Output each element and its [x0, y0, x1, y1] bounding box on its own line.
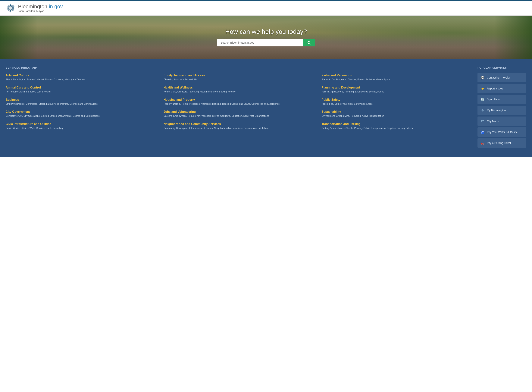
service-link[interactable]: City Government — [6, 110, 158, 113]
service-description: Careers, Employment, Request for Proposa… — [164, 114, 316, 118]
list-item: Jobs and VolunteeringCareers, Employment… — [164, 110, 316, 118]
search-bar — [217, 39, 315, 47]
list-item: Parks and RecreationPlaces to Go, Progra… — [321, 74, 474, 81]
service-description: Environment, Green Living, Recycling, Ac… — [321, 114, 474, 118]
service-description: Pet Adoption, Animal Shelter, Lost & Fou… — [6, 90, 158, 93]
services-grid: Arts and CultureAbout Bloomington, Farme… — [6, 74, 474, 135]
popular-services-title: POPULAR SERVICES — [477, 66, 526, 69]
service-description: Community Development, Improvement Grant… — [164, 126, 316, 130]
search-button[interactable] — [303, 39, 315, 47]
list-item: Civic Infrastructure and UtilitiesPublic… — [6, 122, 158, 130]
list-item: Planning and DevelopmentPermits, Applica… — [321, 86, 474, 93]
service-link[interactable]: Health and Wellness — [164, 86, 316, 89]
list-item: Housing and PropertyProperty Details, Re… — [164, 98, 316, 106]
list-item: Public SafetyPolice, Fire, Crime Prevent… — [321, 98, 474, 106]
popular-service-icon: ⚡ — [480, 86, 485, 91]
list-item: Health and WellnessHealth Care, Childcar… — [164, 86, 316, 93]
service-description: Police, Fire, Crime Prevention, Safety R… — [321, 102, 474, 106]
services-directory: SERVICES DIRECTORY Arts and CultureAbout… — [6, 66, 474, 149]
service-description: About Bloomington, Farmers' Market, Movi… — [6, 78, 158, 81]
hero-content: How can we help you today? — [217, 28, 315, 47]
services-column: Arts and CultureAbout Bloomington, Farme… — [6, 74, 158, 135]
search-icon — [307, 41, 311, 45]
service-link[interactable]: Civic Infrastructure and Utilities — [6, 122, 158, 126]
popular-service-label: Contacting The City — [487, 76, 510, 79]
service-link[interactable]: Business — [6, 98, 158, 102]
main-content: SERVICES DIRECTORY Arts and CultureAbout… — [0, 59, 532, 157]
list-item: BusinessEmploying People, Commerce, Star… — [6, 98, 158, 106]
popular-service-icon: 🚰 — [480, 130, 485, 134]
list-item: Animal Care and ControlPet Adoption, Ani… — [6, 86, 158, 93]
service-link[interactable]: Housing and Property — [164, 98, 316, 102]
popular-service-button[interactable]: 💬Contacting The City — [477, 73, 526, 82]
popular-services: POPULAR SERVICES 💬Contacting The City⚡Re… — [477, 66, 526, 149]
service-description: Property Details, Rental Properties, Aff… — [164, 102, 316, 106]
service-description: Getting Around, Maps, Streets, Parking, … — [321, 126, 474, 130]
services-column: Parks and RecreationPlaces to Go, Progra… — [321, 74, 474, 135]
popular-service-icon: 💬 — [480, 75, 485, 80]
service-link[interactable]: Jobs and Volunteering — [164, 110, 316, 113]
service-description: Diversity, Advocacy, Accessibility — [164, 78, 316, 81]
popular-service-label: City Maps — [487, 120, 499, 123]
popular-service-label: Pay Your Water Bill Online — [487, 131, 518, 134]
service-description: Places to Go, Programs, Classes, Events,… — [321, 78, 474, 81]
services-directory-title: SERVICES DIRECTORY — [6, 66, 474, 69]
site-header: Bloomington.in.gov John Hamilton, Mayor — [0, 0, 532, 16]
service-description: Contact the City, City Operations, Elect… — [6, 114, 158, 118]
popular-service-label: My Bloomington — [487, 109, 506, 112]
services-column: Equity, Inclusion and AccessDiversity, A… — [164, 74, 316, 135]
service-link[interactable]: Planning and Development — [321, 86, 474, 89]
popular-service-icon: ⚙ — [480, 108, 485, 112]
service-link[interactable]: Transportation and Parking — [321, 122, 474, 126]
service-link[interactable]: Animal Care and Control — [6, 86, 158, 89]
popular-service-label: Report Issues — [487, 87, 503, 90]
site-logo-icon — [6, 3, 16, 13]
list-item: Neighborhood and Community ServicesCommu… — [164, 122, 316, 130]
hero-title: How can we help you today? — [217, 28, 315, 35]
hero-section: How can we help you today? — [0, 16, 532, 59]
service-description: Permits, Applications, Planning, Enginee… — [321, 90, 474, 93]
site-title: Bloomington.in.gov — [18, 4, 63, 9]
list-item: Arts and CultureAbout Bloomington, Farme… — [6, 74, 158, 81]
popular-service-icon: 🔄 — [480, 97, 485, 102]
popular-service-button[interactable]: ⚙My Bloomington — [477, 106, 526, 115]
list-item: SustainabilityEnvironment, Green Living,… — [321, 110, 474, 118]
list-item: Transportation and ParkingGetting Around… — [321, 122, 474, 130]
service-link[interactable]: Sustainability — [321, 110, 474, 113]
service-description: Public Works, Utilities, Water Service, … — [6, 126, 158, 130]
service-link[interactable]: Equity, Inclusion and Access — [164, 74, 316, 77]
popular-services-list: 💬Contacting The City⚡Report Issues🔄Open … — [477, 73, 526, 148]
service-link[interactable]: Arts and Culture — [6, 74, 158, 77]
header-branding: Bloomington.in.gov John Hamilton, Mayor — [18, 4, 63, 13]
popular-service-button[interactable]: ⚡Report Issues — [477, 84, 526, 93]
service-description: Employing People, Commerce, Starting a B… — [6, 102, 158, 106]
popular-service-label: Pay a Parking Ticket — [487, 141, 511, 145]
list-item: Equity, Inclusion and AccessDiversity, A… — [164, 74, 316, 81]
popular-service-icon: 🚗 — [480, 141, 485, 145]
mayor-name: John Hamilton, Mayor — [18, 9, 63, 13]
search-input[interactable] — [217, 39, 303, 47]
popular-service-button[interactable]: 🚗Pay a Parking Ticket — [477, 138, 526, 148]
popular-service-button[interactable]: 🗺City Maps — [477, 117, 526, 126]
list-item: City GovernmentContact the City, City Op… — [6, 110, 158, 118]
popular-service-icon: 🗺 — [480, 119, 485, 123]
service-description: Health Care, Childcare, Parenting, Healt… — [164, 90, 316, 93]
service-link[interactable]: Parks and Recreation — [321, 74, 474, 77]
service-link[interactable]: Neighborhood and Community Services — [164, 122, 316, 126]
service-link[interactable]: Public Safety — [321, 98, 474, 102]
popular-service-label: Open Data — [487, 98, 500, 101]
popular-service-button[interactable]: 🔄Open Data — [477, 95, 526, 104]
popular-service-button[interactable]: 🚰Pay Your Water Bill Online — [477, 127, 526, 137]
